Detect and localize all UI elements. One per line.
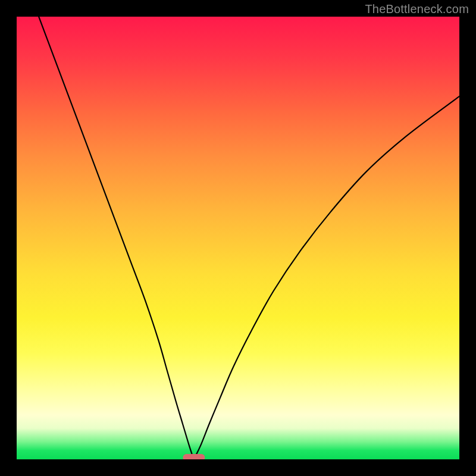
- curve-right: [194, 96, 459, 459]
- minimum-marker: [183, 454, 205, 459]
- curve-left: [39, 17, 193, 459]
- watermark-text: TheBottleneck.com: [365, 2, 469, 16]
- curve-layer: [17, 17, 459, 459]
- chart-frame: TheBottleneck.com: [0, 0, 476, 476]
- plot-area: [17, 17, 459, 459]
